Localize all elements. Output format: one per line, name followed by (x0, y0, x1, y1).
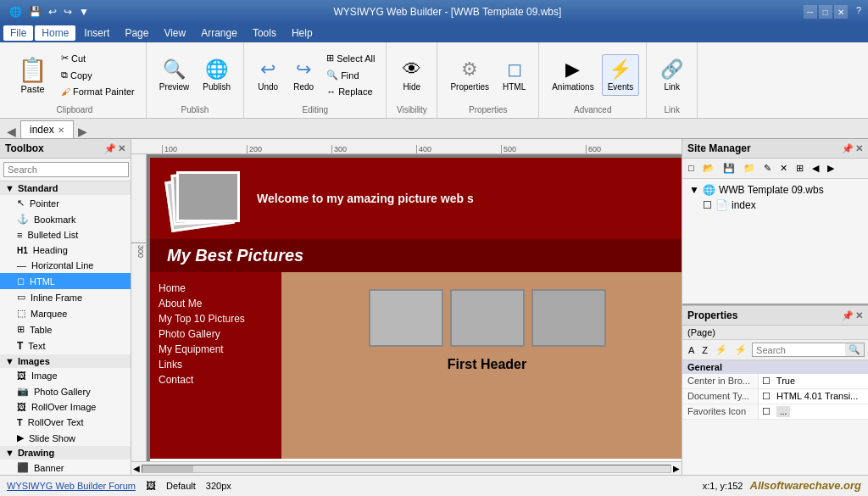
sm-delete[interactable]: ✕ (776, 161, 791, 176)
html-toolbox-icon: ◻ (17, 276, 25, 287)
toolbox-close[interactable]: ✕ (118, 143, 125, 154)
sm-new[interactable]: □ (685, 161, 698, 176)
category-images[interactable]: ▼ Images (0, 354, 131, 368)
format-painter-button[interactable]: 🖌 Format Painter (57, 84, 139, 99)
toolbox-item-bookmark[interactable]: ⚓Bookmark (0, 211, 131, 227)
tree-index[interactable]: ☐ 📄 index (686, 198, 865, 213)
toolbox-item-marquee[interactable]: ⬚Marquee (0, 305, 131, 321)
props-check-favicon[interactable]: ☐ (762, 406, 771, 416)
scroll-left-btn[interactable]: ◀ (133, 464, 140, 473)
toolbox-item-heading[interactable]: H1Heading (0, 242, 131, 258)
status-coords: x:1, y:152 (703, 481, 743, 491)
banner-label: Banner (34, 463, 64, 473)
site-manager-close[interactable]: ✕ (855, 143, 863, 154)
menu-insert[interactable]: Insert (77, 25, 116, 41)
canvas-scroll[interactable]: Welcome to my amazing picture web s My B… (147, 154, 682, 461)
sm-forward[interactable]: ▶ (824, 161, 837, 176)
scrollbar-thumb[interactable] (142, 465, 193, 472)
site-manager-pin[interactable]: 📌 (842, 143, 854, 154)
sm-edit[interactable]: ✎ (760, 161, 775, 176)
scroll-right-btn[interactable]: ▶ (673, 464, 680, 473)
sm-add[interactable]: ⊞ (793, 161, 807, 176)
animations-button[interactable]: ▶ Animations (546, 54, 599, 96)
maximize-button[interactable]: □ (819, 5, 832, 19)
preview-header-text: Welcome to my amazing picture web s (257, 192, 474, 205)
tree-index-checkbox[interactable]: ☐ (703, 199, 712, 211)
props-check-doctype[interactable]: ☐ (762, 391, 771, 401)
props-filter-icon[interactable]: ⚡ (713, 343, 730, 356)
minimize-button[interactable]: ─ (804, 5, 817, 19)
select-all-button[interactable]: ⊞ Select All (322, 50, 379, 66)
category-drawing[interactable]: ▼ Drawing (0, 446, 131, 460)
pointer-label: Pointer (30, 198, 59, 209)
properties-buttons: ⚙ Properties ◻ HTML (444, 46, 531, 103)
toolbox-item-rollover-text[interactable]: TRollOver Text (0, 415, 131, 430)
replace-button[interactable]: ↔ Replace (322, 84, 379, 99)
qa-save[interactable]: 💾 (26, 5, 44, 19)
toolbox-item-slideshow[interactable]: ▶Slide Show (0, 430, 131, 446)
preview-button[interactable]: 🔍 Preview (153, 54, 196, 96)
toolbox-item-html[interactable]: ◻HTML (0, 273, 131, 289)
tree-expand-icon: ▼ (689, 184, 699, 196)
qa-redo[interactable]: ↪ (61, 5, 75, 19)
properties-pin[interactable]: 📌 (842, 310, 854, 321)
props-sort-az[interactable]: A (686, 344, 697, 356)
menu-view[interactable]: View (157, 25, 192, 41)
redo-button[interactable]: ↪ Redo (287, 54, 320, 96)
horizontal-scrollbar[interactable]: ◀ ▶ (131, 461, 682, 475)
inline-frame-icon: ▭ (17, 292, 25, 303)
props-check-center[interactable]: ☐ (762, 376, 771, 386)
cut-button[interactable]: ✂ Cut (57, 50, 139, 66)
events-button[interactable]: ⚡ Events (602, 54, 640, 96)
menu-page[interactable]: Page (118, 25, 155, 41)
copy-button[interactable]: ⧉ Copy (57, 67, 139, 83)
html-button[interactable]: ◻ HTML (497, 54, 531, 96)
toolbox-item-image[interactable]: 🖼Image (0, 368, 131, 383)
qa-undo[interactable]: ↩ (46, 5, 59, 19)
sm-folder[interactable]: 📁 (740, 161, 759, 176)
toolbox-item-inline-frame[interactable]: ▭Inline Frame (0, 289, 131, 305)
tab-scroll-right[interactable]: ▶ (75, 125, 91, 138)
forum-link[interactable]: WYSIWYG Web Builder Forum (7, 481, 136, 491)
toolbox-item-rollover-image[interactable]: 🖼RollOver Image (0, 399, 131, 415)
menu-tools[interactable]: Tools (246, 25, 283, 41)
toolbox-pin[interactable]: 📌 (104, 143, 116, 154)
find-button[interactable]: 🔍 Find (322, 67, 379, 83)
properties-search-btn[interactable]: 🔍 (845, 343, 864, 356)
close-button[interactable]: ✕ (834, 5, 848, 19)
search-input[interactable] (3, 162, 129, 177)
props-sort-za[interactable]: Z (699, 344, 710, 356)
menu-home[interactable]: Home (35, 25, 75, 41)
tree-root[interactable]: ▼ 🌐 WWB Template 09.wbs (686, 182, 865, 198)
toolbox-item-bulleted-list[interactable]: ≡Bulleted List (0, 227, 131, 242)
toolbox-item-photo-gallery[interactable]: 📷Photo Gallery (0, 383, 131, 399)
toolbox-item-pointer[interactable]: ↖Pointer (0, 195, 131, 211)
toolbox-item-text[interactable]: TText (0, 337, 131, 354)
properties-panel-close[interactable]: ✕ (855, 310, 863, 321)
props-btn-favicon[interactable]: ... (776, 406, 790, 417)
qa-more[interactable]: ▼ (76, 5, 92, 19)
toolbox-item-table[interactable]: ⊞Table (0, 321, 131, 337)
tab-scroll-left[interactable]: ◀ (3, 125, 19, 138)
tab-index[interactable]: index ✕ (20, 120, 74, 138)
properties-button[interactable]: ⚙ Properties (444, 54, 495, 96)
sm-save[interactable]: 💾 (720, 161, 738, 176)
tab-index-close[interactable]: ✕ (58, 125, 64, 135)
hide-button[interactable]: 👁 Hide (395, 54, 429, 96)
properties-search-input[interactable] (753, 343, 845, 356)
toolbox-item-horizontal-line[interactable]: —Horizontal Line (0, 258, 131, 273)
category-standard[interactable]: ▼ Standard (0, 181, 131, 195)
menu-file[interactable]: File (3, 25, 33, 41)
menu-arrange[interactable]: Arrange (194, 25, 244, 41)
props-event-icon[interactable]: ⚡ (732, 343, 749, 356)
toolbox-item-banner[interactable]: ⬛Banner (0, 460, 131, 475)
scrollbar-track[interactable] (142, 465, 671, 473)
publish-button[interactable]: 🌐 Publish (197, 54, 236, 96)
sm-back[interactable]: ◀ (809, 161, 822, 176)
menu-help[interactable]: Help (285, 25, 320, 41)
undo-button[interactable]: ↩ Undo (251, 54, 285, 96)
link-button[interactable]: 🔗 Link (654, 54, 689, 96)
sm-open[interactable]: 📂 (699, 161, 718, 176)
help-icon[interactable]: ? (856, 5, 861, 19)
paste-button[interactable]: 📋 Paste (10, 52, 55, 98)
